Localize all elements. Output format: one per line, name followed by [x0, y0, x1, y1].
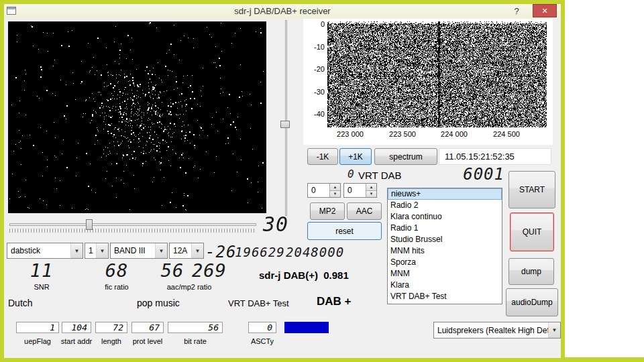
ascty-label: ASCTy — [243, 337, 282, 345]
spectrum-display — [327, 21, 547, 127]
chevron-down-icon[interactable]: ▼ — [70, 243, 83, 258]
app-window: sdr-j DAB/DAB+ receiver ? ✕ 0 -10 -20 -3… — [0, 0, 565, 362]
window-title: sdr-j DAB/DAB+ receiver — [4, 4, 561, 19]
start-button[interactable]: START — [508, 171, 555, 208]
audio-device-value: Luidsprekers (Realtek High Defi — [434, 322, 548, 338]
count-combo-value: 1 — [85, 243, 96, 258]
bitrate-field: 56 — [168, 322, 223, 333]
startaddr-label: start addr — [56, 337, 97, 345]
chevron-down-icon[interactable]: ▼ — [366, 191, 376, 198]
list-item[interactable]: Studio Brussel — [388, 234, 502, 245]
plus-1k-button[interactable]: +1K — [339, 148, 372, 165]
list-item[interactable]: VRT DAB+ Test — [388, 291, 502, 302]
close-button[interactable]: ✕ — [533, 4, 557, 17]
length-label: length — [91, 337, 131, 345]
minus-1k-button[interactable]: -1K — [307, 148, 338, 165]
spectrum-ytick: -40 — [305, 110, 325, 118]
chevron-down-icon[interactable]: ▼ — [155, 243, 167, 258]
version-text: sdr-j DAB(+) 0.981 — [259, 269, 349, 281]
snr-label: SNR — [20, 283, 63, 291]
spinbox-2-value: 0 — [344, 184, 366, 197]
gain-slider-ticks — [9, 229, 256, 233]
samplerate-lcd: 2048000 — [286, 246, 344, 259]
spectrum-ytick: 0 — [305, 20, 325, 28]
list-item[interactable]: nieuws+ — [388, 188, 502, 200]
desktop-strip — [565, 357, 644, 362]
spectrum-xtick: 223 500 — [381, 130, 424, 138]
aac-button[interactable]: AAC — [347, 202, 382, 220]
count-combo[interactable]: 1 ▼ — [85, 243, 109, 259]
mp2-button[interactable]: MP2 — [310, 202, 345, 220]
vertical-slider-track[interactable] — [285, 20, 287, 216]
list-item[interactable]: Klara continuo — [388, 211, 502, 223]
reset-button[interactable]: reset — [307, 222, 382, 240]
mp2-ratio-lcd: 269 — [189, 261, 229, 280]
spectrum-ytick: -20 — [305, 65, 325, 73]
protlevel-field: 67 — [131, 322, 164, 333]
device-combo-value: dabstick — [7, 243, 70, 258]
snr-lcd: 11 — [20, 261, 63, 280]
list-item[interactable]: Klara — [388, 280, 502, 291]
chevron-down-icon[interactable]: ▼ — [330, 191, 340, 198]
service-name-text: VRT DAB+ Test — [228, 298, 289, 308]
fic-ratio-label: fic ratio — [91, 283, 142, 291]
quit-button[interactable]: QUIT — [510, 213, 554, 251]
titlebar: sdr-j DAB/DAB+ receiver ? ✕ — [4, 4, 561, 19]
channel-combo[interactable]: 12A ▼ — [169, 243, 204, 259]
bitrate-label: bit rate — [168, 337, 223, 345]
mode-text: DAB + — [317, 295, 351, 308]
ensemble-lcd-small: 0 — [347, 169, 355, 180]
chevron-up-icon[interactable]: ▲ — [330, 184, 340, 191]
aac-ratio-lcd: 56 — [156, 261, 189, 280]
dump-button[interactable]: dump — [508, 258, 554, 285]
gain-slider-track[interactable] — [9, 223, 256, 226]
list-item[interactable]: Sporza — [388, 257, 502, 268]
band-combo-value: BAND III — [111, 243, 155, 258]
frequency-lcd: 196629 — [235, 246, 285, 259]
spinbox-2[interactable]: 0 ▲▼ — [343, 183, 377, 198]
device-combo[interactable]: dabstick ▼ — [7, 243, 83, 259]
startaddr-field: 104 — [62, 322, 91, 333]
fic-ratio-lcd: 68 — [95, 261, 138, 280]
ensemble-name: VRT DAB — [358, 170, 401, 181]
spectrum-button[interactable]: spectrum — [374, 148, 437, 165]
channel-combo-value: 12A — [170, 243, 191, 258]
list-item[interactable]: MNM hits — [388, 245, 502, 257]
offset-lcd: -26 — [205, 244, 236, 260]
chevron-down-icon[interactable]: ▼ — [96, 243, 108, 258]
language-text: Dutch — [8, 298, 33, 308]
close-icon: ✕ — [541, 7, 547, 15]
uepflag-label: uepFlag — [16, 337, 59, 345]
spectrum-xtick: 224 000 — [433, 130, 476, 138]
length-field: 72 — [95, 322, 127, 333]
ensemble-id-lcd: 6001 — [447, 166, 504, 182]
list-item[interactable]: Radio 1 — [388, 223, 502, 234]
vertical-slider-handle[interactable] — [280, 121, 290, 128]
protlevel-label: prot level — [126, 337, 169, 345]
chevron-down-icon[interactable]: ▼ — [548, 322, 560, 338]
audiodump-button[interactable]: audioDump — [506, 288, 558, 316]
signal-indicator — [284, 322, 329, 333]
list-item[interactable]: Radio 2 — [388, 200, 502, 211]
gain-lcd: 30 — [258, 215, 288, 235]
ascty-field: 0 — [248, 322, 276, 333]
list-item[interactable]: MNM — [388, 268, 502, 280]
spectrum-xtick: 224 500 — [485, 130, 528, 138]
help-button[interactable]: ? — [510, 4, 523, 19]
spectrum-ytick: -30 — [305, 88, 325, 96]
aac-ratio-label: aac/mp2 ratio — [149, 283, 229, 291]
genre-text: pop music — [137, 298, 180, 308]
main-content: 0 -10 -20 -30 -40 223 000 223 500 224 00… — [4, 19, 561, 358]
service-list[interactable]: nieuws+Radio 2Klara continuoRadio 1Studi… — [387, 188, 502, 304]
spectrum-ytick: -10 — [305, 43, 325, 51]
spectrum-xtick: 223 000 — [329, 130, 372, 138]
chevron-up-icon[interactable]: ▲ — [366, 184, 376, 191]
audio-device-combo[interactable]: Luidsprekers (Realtek High Defi ▼ — [433, 322, 561, 339]
constellation-display — [8, 21, 266, 213]
datetime-display: 11.05.15:21:52:35 — [439, 148, 551, 165]
spinbox-1[interactable]: 0 ▲▼ — [307, 183, 341, 198]
uepflag-field: 1 — [16, 322, 59, 333]
chevron-down-icon[interactable]: ▼ — [191, 243, 203, 258]
band-combo[interactable]: BAND III ▼ — [110, 243, 168, 259]
spinbox-1-value: 0 — [308, 184, 329, 197]
